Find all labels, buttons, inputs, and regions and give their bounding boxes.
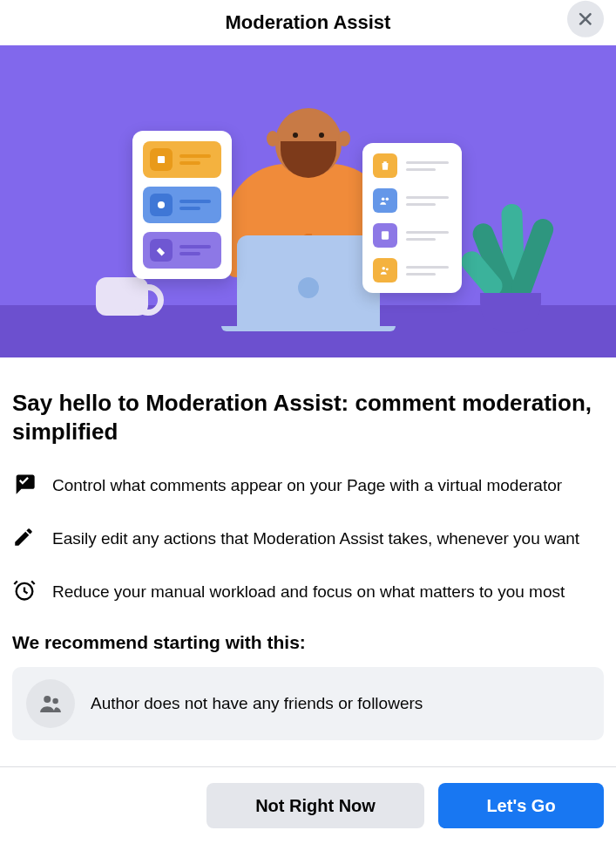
lets-go-button[interactable]: Let's Go <box>438 783 604 828</box>
svg-rect-0 <box>158 156 165 163</box>
svg-point-6 <box>386 268 389 270</box>
people-icon <box>26 679 75 728</box>
svg-point-2 <box>382 198 385 201</box>
svg-point-1 <box>158 201 165 208</box>
headline: Say hello to Moderation Assist: comment … <box>12 389 604 446</box>
recommend-card[interactable]: Author does not have any friends or foll… <box>12 667 604 740</box>
recommend-text: Author does not have any friends or foll… <box>91 694 423 713</box>
alarm-icon <box>12 578 37 606</box>
recommend-title: We recommend starting with this: <box>12 632 604 653</box>
close-button[interactable] <box>567 1 604 37</box>
svg-point-5 <box>382 267 386 270</box>
hero-illustration <box>0 45 616 357</box>
feature-row-2: Reduce your manual workload and focus on… <box>12 578 604 606</box>
dialog-title: Moderation Assist <box>226 11 391 34</box>
not-right-now-button[interactable]: Not Right Now <box>206 783 424 828</box>
svg-point-8 <box>44 696 51 703</box>
feature-row-1: Easily edit any actions that Moderation … <box>12 526 604 552</box>
svg-point-3 <box>386 198 389 201</box>
mug-illustration <box>96 277 148 316</box>
svg-rect-4 <box>382 231 389 239</box>
hero-card-left <box>132 131 232 279</box>
dialog-footer: Not Right Now Let's Go <box>0 766 616 844</box>
svg-point-9 <box>52 698 58 704</box>
feature-text: Reduce your manual workload and focus on… <box>52 581 565 604</box>
chat-check-icon <box>12 472 37 500</box>
feature-text: Easily edit any actions that Moderation … <box>52 528 579 551</box>
feature-text: Control what comments appear on your Pag… <box>52 474 562 498</box>
feature-row-0: Control what comments appear on your Pag… <box>12 472 604 500</box>
plant-illustration <box>468 195 555 300</box>
hero-card-right <box>362 143 462 293</box>
pencil-icon <box>12 526 37 552</box>
content-area: Say hello to Moderation Assist: comment … <box>0 357 616 766</box>
close-icon <box>576 10 595 29</box>
dialog-header: Moderation Assist <box>0 0 616 45</box>
laptop-illustration <box>237 235 380 330</box>
